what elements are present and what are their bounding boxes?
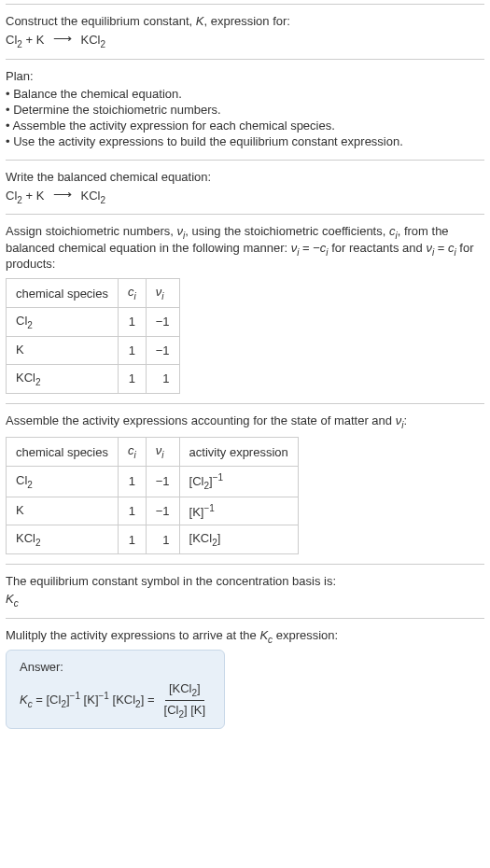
table-header-row: chemical species ci νi activity expressi… <box>7 438 299 467</box>
assemble-t1: Assemble the activity expressions accoun… <box>6 413 396 427</box>
multiply-section: Mulitply the activity expressions to arr… <box>6 618 484 739</box>
assign-section: Assign stoichiometric numbers, νi, using… <box>6 214 484 403</box>
table-row: K 1 −1 [K]−1 <box>7 497 299 525</box>
table-row: KCl2 1 1 [KCl2] <box>7 525 299 554</box>
ans-fraction: [KCl2] [Cl2] [K] <box>161 681 210 719</box>
arrow-icon: ⟶ <box>53 31 72 46</box>
th-nu: νi <box>146 279 179 308</box>
td-c: 1 <box>119 497 147 525</box>
td-c: 1 <box>119 307 147 336</box>
beq-reactant1: Cl <box>6 189 17 203</box>
assign-t1: Assign stoichiometric numbers, <box>6 224 177 238</box>
symbol-text: The equilibrium constant symbol in the c… <box>6 574 484 588</box>
assign-t4: for reactants and <box>329 241 427 255</box>
plan-item: • Assemble the activity expression for e… <box>6 119 484 133</box>
mult-K: K <box>259 628 268 642</box>
beq-product: KCl <box>77 189 101 203</box>
table-row: K 1 −1 <box>7 336 180 365</box>
ans-lhs: Kc = [Cl2]−1 [K]−1 [KCl2] = <box>20 691 155 709</box>
multiply-text: Mulitply the activity expressions to arr… <box>6 628 484 645</box>
td-c: 1 <box>119 466 147 497</box>
th-species: chemical species <box>7 438 119 467</box>
td-c: 1 <box>119 336 147 365</box>
plan-item: • Determine the stoichiometric numbers. <box>6 103 484 117</box>
td-nu: −1 <box>146 466 179 497</box>
assemble-section: Assemble the activity expressions accoun… <box>6 403 484 564</box>
answer-box: Answer: Kc = [Cl2]−1 [K]−1 [KCl2] = [KCl… <box>6 650 225 729</box>
td-nu: 1 <box>146 365 179 394</box>
mult-t1: Mulitply the activity expressions to arr… <box>6 628 259 642</box>
td-species: Cl2 <box>7 466 119 497</box>
td-activity: [Cl2]−1 <box>179 466 298 497</box>
balanced-section: Write the balanced chemical equation: Cl… <box>6 160 484 215</box>
frac-numerator: [KCl2] <box>165 681 204 701</box>
td-species: K <box>7 336 119 365</box>
td-species: KCl2 <box>7 525 119 554</box>
title-line: Construct the equilibrium constant, K, e… <box>6 14 484 28</box>
title-text-1: Construct the equilibrium constant, <box>6 14 196 28</box>
answer-equation: Kc = [Cl2]−1 [K]−1 [KCl2] = [KCl2] [Cl2]… <box>20 681 211 719</box>
plan-list: • Balance the chemical equation. • Deter… <box>6 87 484 148</box>
symbol-section: The equilibrium constant symbol in the c… <box>6 564 484 618</box>
td-nu: −1 <box>146 497 179 525</box>
header-section: Construct the equilibrium constant, K, e… <box>6 4 484 59</box>
answer-label: Answer: <box>20 660 211 674</box>
table-header-row: chemical species ci νi <box>7 279 180 308</box>
td-species: K <box>7 497 119 525</box>
balanced-intro: Write the balanced chemical equation: <box>6 170 484 184</box>
table-row: Cl2 1 −1 [Cl2]−1 <box>7 466 299 497</box>
table-row: KCl2 1 1 <box>7 365 180 394</box>
assign-relreac: = − <box>299 241 319 255</box>
th-species: chemical species <box>7 279 119 308</box>
eq-plus: + K <box>22 33 48 47</box>
td-activity: [K]−1 <box>179 497 298 525</box>
assign-text: Assign stoichiometric numbers, νi, using… <box>6 224 484 271</box>
td-species: Cl2 <box>7 307 119 336</box>
activity-table: chemical species ci νi activity expressi… <box>6 437 299 554</box>
eq-product: KCl <box>77 33 101 47</box>
td-species: KCl2 <box>7 365 119 394</box>
assign-relprod: = <box>434 241 448 255</box>
eq-product-sub: 2 <box>101 39 106 49</box>
stoich-table: chemical species ci νi Cl2 1 −1 K 1 −1 K… <box>6 278 180 393</box>
assemble-t2: : <box>403 413 407 427</box>
plan-label: Plan: <box>6 69 484 83</box>
plan-item: • Balance the chemical equation. <box>6 87 484 101</box>
plan-section: Plan: • Balance the chemical equation. •… <box>6 59 484 160</box>
th-activity: activity expression <box>179 438 298 467</box>
assemble-text: Assemble the activity expressions accoun… <box>6 413 484 430</box>
unbalanced-equation: Cl2 + K ⟶ KCl2 <box>6 32 484 49</box>
kc-c: c <box>14 598 19 609</box>
eq-reactant1: Cl <box>6 33 17 47</box>
frac-denominator: [Cl2] [K] <box>161 701 210 720</box>
td-c: 1 <box>119 525 147 554</box>
td-nu: −1 <box>146 336 179 365</box>
kc-K: K <box>6 592 14 606</box>
td-nu: 1 <box>146 525 179 554</box>
th-c: ci <box>119 438 147 467</box>
beq-product-sub: 2 <box>101 194 106 204</box>
th-nu: νi <box>146 438 179 467</box>
plan-item: • Use the activity expressions to build … <box>6 134 484 148</box>
mult-t2: expression: <box>273 628 338 642</box>
beq-plus: + K <box>22 189 48 203</box>
symbol-kc: Kc <box>6 592 484 609</box>
title-text-2: , expression for: <box>203 14 290 28</box>
td-c: 1 <box>119 365 147 394</box>
td-activity: [KCl2] <box>179 525 298 554</box>
balanced-equation: Cl2 + K ⟶ KCl2 <box>6 188 484 205</box>
th-c: ci <box>119 279 147 308</box>
arrow-icon: ⟶ <box>53 187 72 202</box>
assign-t2: , using the stoichiometric coefficients, <box>185 224 389 238</box>
table-row: Cl2 1 −1 <box>7 307 180 336</box>
td-nu: −1 <box>146 307 179 336</box>
